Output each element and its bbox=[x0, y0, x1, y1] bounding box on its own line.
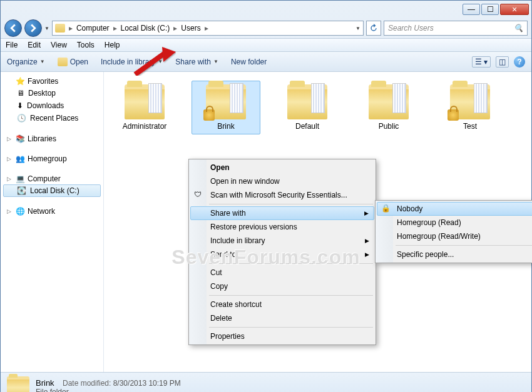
folder-icon bbox=[369, 84, 409, 119]
menu-send-to[interactable]: Send to▶ bbox=[190, 248, 374, 261]
disk-icon: 💽 bbox=[17, 186, 26, 195]
menu-cut[interactable]: Cut bbox=[190, 266, 374, 279]
crumb-disk[interactable]: Local Disk (C:) bbox=[118, 23, 173, 34]
nav-row: ▼ ▸ Computer▸ Local Disk (C:)▸ Users▸ ▼ … bbox=[1, 18, 531, 38]
folder-label: Default bbox=[295, 122, 319, 131]
statusbar: Brink Date modified: 8/30/2013 10:19 PM … bbox=[1, 372, 531, 392]
menu-file[interactable]: File bbox=[6, 41, 18, 49]
menu-homegroup-read-[interactable]: Homegroup (Read) bbox=[377, 216, 532, 229]
folder-brink[interactable]: Brink bbox=[192, 81, 260, 134]
sidebar: ⭐Favorites 🖥Desktop ⬇Downloads 🕓Recent P… bbox=[1, 72, 104, 372]
menu-delete[interactable]: Delete bbox=[190, 311, 374, 325]
share-with-button[interactable]: Share with▼ bbox=[175, 58, 218, 66]
recent-icon: 🕓 bbox=[17, 114, 26, 123]
shield-icon: 🛡 bbox=[194, 190, 204, 200]
computer-icon: 💻 bbox=[16, 174, 25, 183]
sidebar-item-localdisk[interactable]: 💽Local Disk (C:) bbox=[3, 184, 101, 197]
sidebar-homegroup[interactable]: ▷👥Homegroup bbox=[3, 153, 101, 164]
forward-button[interactable] bbox=[24, 19, 42, 37]
menu-view[interactable]: View bbox=[51, 41, 67, 49]
sidebar-libraries[interactable]: ▷📚Libraries bbox=[3, 133, 101, 144]
folder-icon bbox=[287, 84, 327, 119]
sidebar-favorites[interactable]: ⭐Favorites bbox=[3, 76, 101, 87]
folder-icon bbox=[125, 84, 165, 119]
homegroup-icon: 👥 bbox=[16, 154, 25, 163]
menu-open[interactable]: Open bbox=[190, 161, 374, 174]
refresh-button[interactable] bbox=[366, 21, 381, 36]
search-icon: 🔍 bbox=[514, 24, 523, 33]
folder-default[interactable]: Default bbox=[273, 81, 342, 134]
lock-icon bbox=[203, 109, 215, 121]
sidebar-item-recent[interactable]: 🕓Recent Places bbox=[3, 112, 101, 124]
folder-icon bbox=[450, 84, 490, 119]
folder-icon bbox=[206, 84, 246, 119]
folder-label: Public bbox=[379, 122, 399, 131]
folder-public[interactable]: Public bbox=[354, 81, 423, 134]
sidebar-item-downloads[interactable]: ⬇Downloads bbox=[3, 99, 101, 112]
menubar: File Edit View Tools Help bbox=[1, 38, 531, 52]
menu-open-in-new-window[interactable]: Open in new window bbox=[190, 174, 374, 188]
network-icon: 🌐 bbox=[16, 207, 25, 216]
folder-label: Administrator bbox=[123, 122, 167, 131]
folder-open-icon bbox=[58, 58, 68, 66]
include-library-button[interactable]: Include in library▼ bbox=[101, 58, 163, 66]
desktop-icon: 🖥 bbox=[17, 89, 24, 98]
menu-create-shortcut[interactable]: Create shortcut bbox=[190, 298, 374, 311]
view-options-button[interactable]: ☰ ▾ bbox=[472, 56, 491, 68]
minimize-button[interactable]: — bbox=[463, 4, 480, 15]
share-submenu: 🔒NobodyHomegroup (Read)Homegroup (Read/W… bbox=[375, 200, 532, 263]
help-button[interactable]: ? bbox=[514, 56, 525, 68]
toolbar: Organize▼ Open Include in library▼ Share… bbox=[1, 52, 531, 72]
open-button[interactable]: Open bbox=[58, 58, 88, 66]
menu-copy[interactable]: Copy bbox=[190, 279, 374, 293]
lock-icon bbox=[448, 109, 459, 121]
crumb-computer[interactable]: Computer bbox=[74, 23, 112, 34]
context-menu: OpenOpen in new window🛡Scan with Microso… bbox=[188, 159, 376, 345]
library-icon: 📚 bbox=[16, 134, 25, 143]
status-type: File folder bbox=[36, 388, 181, 392]
titlebar: — ☐ × bbox=[1, 1, 531, 18]
download-icon: ⬇ bbox=[17, 101, 23, 110]
menu-share-with[interactable]: Share with▶ bbox=[190, 206, 374, 220]
menu-restore-previous-versions[interactable]: Restore previous versions bbox=[190, 220, 374, 234]
preview-pane-button[interactable]: ◫ bbox=[496, 56, 509, 68]
folder-icon bbox=[55, 24, 65, 33]
sidebar-network[interactable]: ▷🌐Network bbox=[3, 206, 101, 217]
menu-specific-people-[interactable]: Specific people... bbox=[377, 248, 532, 261]
menu-homegroup-read-write-[interactable]: Homegroup (Read/Write) bbox=[377, 229, 532, 243]
address-bar[interactable]: ▸ Computer▸ Local Disk (C:)▸ Users▸ ▼ bbox=[52, 21, 364, 36]
new-folder-button[interactable]: New folder bbox=[231, 58, 267, 66]
folder-label: Test bbox=[463, 122, 477, 131]
crumb-users[interactable]: Users bbox=[178, 23, 203, 34]
lock-icon: 🔒 bbox=[381, 204, 391, 214]
star-icon: ⭐ bbox=[16, 77, 25, 86]
menu-help[interactable]: Help bbox=[105, 41, 120, 49]
maximize-button[interactable]: ☐ bbox=[481, 4, 499, 15]
close-button[interactable]: × bbox=[500, 4, 529, 15]
menu-nobody[interactable]: 🔒Nobody bbox=[377, 202, 532, 216]
menu-tools[interactable]: Tools bbox=[77, 41, 95, 49]
folder-administrator[interactable]: Administrator bbox=[110, 81, 179, 134]
search-input[interactable]: Search Users🔍 bbox=[384, 21, 528, 36]
folder-test[interactable]: Test bbox=[436, 81, 504, 134]
menu-include-in-library[interactable]: Include in library▶ bbox=[190, 234, 374, 248]
status-name: Brink bbox=[36, 378, 54, 388]
menu-properties[interactable]: Properties bbox=[190, 329, 374, 343]
menu-scan-with-microsoft-security-essentials-[interactable]: 🛡Scan with Microsoft Security Essentials… bbox=[190, 188, 374, 202]
organize-button[interactable]: Organize▼ bbox=[7, 58, 45, 66]
sidebar-computer[interactable]: ▷💻Computer bbox=[3, 173, 101, 184]
back-button[interactable] bbox=[4, 19, 22, 37]
folder-icon bbox=[7, 376, 29, 393]
explorer-window: — ☐ × ▼ ▸ Computer▸ Local Disk (C:)▸ Use… bbox=[0, 0, 532, 392]
menu-edit[interactable]: Edit bbox=[28, 41, 41, 49]
folder-label: Brink bbox=[217, 122, 234, 131]
sidebar-item-desktop[interactable]: 🖥Desktop bbox=[3, 87, 101, 99]
